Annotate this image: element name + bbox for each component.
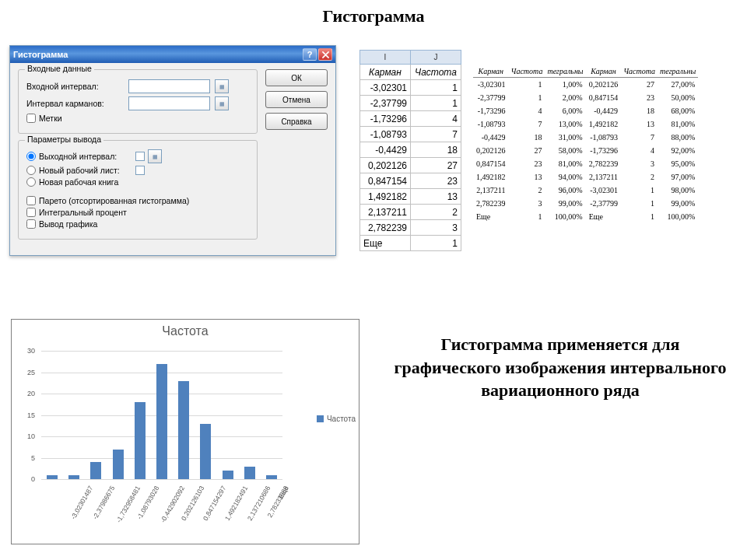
new-sheet-field[interactable] xyxy=(135,166,145,175)
w-i1: 99,00% xyxy=(545,197,585,210)
group-output-legend: Параметры вывода xyxy=(25,135,103,144)
chart-out-checkbox[interactable] xyxy=(26,219,36,229)
dialog-title: Гистограмма xyxy=(13,50,68,59)
w-b1: 2,782239 xyxy=(473,197,509,210)
cell-bin[interactable]: 0,202126 xyxy=(360,158,411,173)
cell-freq[interactable]: 3 xyxy=(411,220,461,236)
bin-range-field[interactable] xyxy=(128,96,210,110)
out-range-radio[interactable] xyxy=(26,152,36,161)
w-hdr-freq1: Частота xyxy=(509,65,545,78)
w-f2: 23 xyxy=(621,91,658,104)
cell-bin[interactable]: 1,492182 xyxy=(360,189,411,205)
range-picker-icon[interactable]: ▦ xyxy=(215,79,229,93)
bar xyxy=(113,450,124,480)
range-picker-icon[interactable]: ▦ xyxy=(148,149,162,163)
page-title: Гистограмма xyxy=(0,6,747,26)
w-b1: 1,492182 xyxy=(473,170,509,184)
w-f1: 7 xyxy=(509,117,545,131)
w-i2: 100,00% xyxy=(658,210,698,223)
cell-bin[interactable]: -1,08793 xyxy=(360,127,411,142)
ok-button[interactable]: ОК xyxy=(265,69,328,86)
cell-freq[interactable]: 27 xyxy=(411,158,461,173)
w-b2: 0,202126 xyxy=(586,78,622,91)
col-J[interactable]: J xyxy=(411,51,461,65)
w-i1: 2,00% xyxy=(545,91,585,104)
label-input-range: Входной интервал: xyxy=(26,82,124,91)
w-hdr-int1: тегральны xyxy=(545,65,585,78)
cell-freq[interactable]: 1 xyxy=(411,96,461,111)
input-range-field[interactable] xyxy=(128,79,210,93)
w-b1: 0,847154 xyxy=(473,157,509,170)
out-range-field[interactable] xyxy=(135,152,145,161)
cell-bin[interactable]: -0,4429 xyxy=(360,142,411,158)
cell-freq[interactable]: 4 xyxy=(411,111,461,127)
w-f2: 2 xyxy=(621,170,658,184)
w-f1: 2 xyxy=(509,184,545,197)
new-book-label: Новая рабочая книга xyxy=(39,177,118,187)
cell-bin[interactable]: 0,847154 xyxy=(360,173,411,189)
w-f1: 27 xyxy=(509,144,545,157)
w-b2: -3,02301 xyxy=(586,184,622,197)
w-i2: 68,00% xyxy=(658,104,698,117)
w-i2: 50,00% xyxy=(658,91,698,104)
dialog-titlebar[interactable]: Гистограмма ? xyxy=(10,46,335,63)
cell-freq[interactable]: 13 xyxy=(411,189,461,205)
bar xyxy=(47,475,58,480)
bar xyxy=(68,475,79,480)
w-b1: -0,4429 xyxy=(473,131,509,144)
label-bin-range: Интервал карманов: xyxy=(26,99,124,108)
cell-freq[interactable]: 1 xyxy=(411,236,461,251)
w-b2: -2,37799 xyxy=(586,197,622,210)
w-b1: -1,08793 xyxy=(473,117,509,131)
bar xyxy=(244,467,255,480)
integral-checkbox[interactable] xyxy=(26,208,36,217)
new-sheet-radio[interactable] xyxy=(26,166,36,175)
w-b2: -0,4429 xyxy=(586,104,622,117)
histogram-dialog: Гистограмма ? Входные данные Входной инт… xyxy=(9,45,336,256)
new-sheet-label: Новый рабочий лист: xyxy=(39,166,132,175)
plot-area: 051015202530 xyxy=(41,351,282,479)
group-input-legend: Входные данные xyxy=(25,64,94,73)
cell-bin[interactable]: -1,73296 xyxy=(360,111,411,127)
cell-bin[interactable]: -3,02301 xyxy=(360,80,411,96)
pareto-checkbox[interactable] xyxy=(26,196,36,205)
cell-bin[interactable]: 2,782239 xyxy=(360,220,411,236)
w-f1: 23 xyxy=(509,157,545,170)
chart-out-label: Вывод графика xyxy=(39,219,97,229)
cell-bin[interactable]: 2,137211 xyxy=(360,205,411,220)
cell-freq[interactable]: 1 xyxy=(411,80,461,96)
cell-bin[interactable]: -2,37799 xyxy=(360,96,411,111)
w-b2: 2,137211 xyxy=(586,170,622,184)
w-hdr-bin1: Карман xyxy=(473,65,509,78)
histogram-chart: Частота 051015202530 -3,02301487-2,37986… xyxy=(11,319,359,544)
w-hdr-freq2: Частота xyxy=(621,65,658,78)
w-f1: 3 xyxy=(509,197,545,210)
col-I[interactable]: I xyxy=(360,51,411,65)
w-i2: 98,00% xyxy=(658,184,698,197)
close-icon[interactable] xyxy=(318,48,332,61)
labels-checkbox[interactable] xyxy=(26,114,36,123)
cell-freq[interactable]: 2 xyxy=(411,205,461,220)
cancel-button[interactable]: Отмена xyxy=(265,91,328,108)
cell-bin[interactable]: Еще xyxy=(360,236,411,251)
help-button[interactable]: Справка xyxy=(265,113,328,130)
group-output: Параметры вывода Выходной интервал: ▦ Но… xyxy=(18,140,258,240)
cell-freq[interactable]: 7 xyxy=(411,127,461,142)
help-icon[interactable]: ? xyxy=(303,48,317,61)
bar xyxy=(266,475,277,480)
w-i1: 1,00% xyxy=(545,78,585,91)
cell-freq[interactable]: 18 xyxy=(411,142,461,158)
w-b1: -2,37799 xyxy=(473,91,509,104)
w-b2: 1,492182 xyxy=(586,117,622,131)
w-i1: 100,00% xyxy=(545,210,585,223)
cell-freq[interactable]: 23 xyxy=(411,173,461,189)
x-tick-label: Еще xyxy=(277,485,290,500)
w-b1: -3,02301 xyxy=(473,78,509,91)
w-b1: Еще xyxy=(473,210,509,223)
range-picker-icon[interactable]: ▦ xyxy=(215,96,229,110)
w-i1: 81,00% xyxy=(545,157,585,170)
w-b1: 0,202126 xyxy=(473,144,509,157)
new-book-radio[interactable] xyxy=(26,177,36,187)
x-axis: -3,02301487-2,37986675-1,732958481-1,087… xyxy=(41,480,282,542)
w-b2: 0,847154 xyxy=(586,91,622,104)
